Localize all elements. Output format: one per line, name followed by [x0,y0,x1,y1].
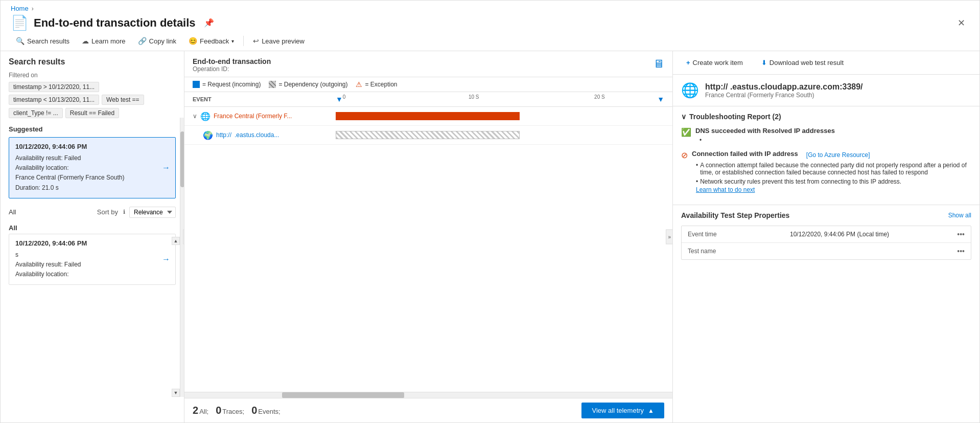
url-globe-icon: 🌐 [681,82,699,99]
props-row-1: Event time 10/12/2020, 9:44:06 PM (Local… [682,226,971,243]
scale-filter-right-icon[interactable]: ▼ [657,95,664,103]
troubleshoot-collapse-icon: ∨ [681,113,686,121]
scale-filter-left-icon[interactable]: ▼ [336,95,343,103]
prop-1-more-icon[interactable]: ••• [957,230,965,238]
breadcrumb-separator: › [32,5,34,12]
filter-tag[interactable]: Web test == [102,95,144,105]
url-section: 🌐 http:// .eastus.cloudapp.azure.com:338… [673,75,979,106]
filter-tag[interactable]: timestamp > 10/12/2020, 11... [9,82,99,92]
troubleshoot-section: ∨ Troubleshooting Report (2) ✅ DNS succe… [673,106,979,205]
search-results-title: Search results [9,57,176,66]
event-label-2: http:// [216,131,231,139]
stats-bar: 2 All; 0 Traces; 0 Events; [193,405,287,416]
globe-icon-1: 🌐 [200,112,211,121]
chevron-up-icon: ▲ [648,407,654,414]
sort-select[interactable]: Relevance Time [129,207,176,218]
result-2-time: 10/12/2020, 9:44:06 PM [15,239,169,247]
view-all-telemetry-button[interactable]: View all telemetry ▲ [581,403,664,418]
expand-right-button[interactable]: » [666,230,673,244]
transaction-title: End-to-end transaction [193,57,271,65]
filter-tag-client[interactable]: client_Type != ... [9,108,63,118]
event-label-2b: .eastus.clouda... [235,131,279,139]
create-work-item-button[interactable]: + Create work item [681,56,748,69]
filter-tags: timestamp > 10/12/2020, 11... timestamp … [9,82,176,105]
timeline-scrollbar[interactable] [184,392,672,398]
search-results-button[interactable]: 🔍 Search results [11,34,75,48]
connection-title: Connection failed with IP address [692,150,798,158]
troubleshoot-title[interactable]: ∨ Troubleshooting Report (2) [681,113,971,121]
dns-success-icon: ✅ [681,127,691,137]
result-1-arrow-icon: → [162,163,170,172]
filter-tag-result[interactable]: Result == Failed [65,108,119,118]
dns-title: DNS succeeded with Resolved IP addresses [695,127,971,135]
result-2-arrow-icon: → [162,255,170,264]
suggested-title: Suggested [9,125,176,133]
feedback-icon: 😊 [189,37,197,45]
prop-1-val: 10/12/2020, 9:44:06 PM (Local time) [790,231,957,238]
leave-preview-button[interactable]: ↩ Leave preview [248,34,310,48]
event-label-1: France Central (Formerly F... [214,113,292,120]
breadcrumb-home[interactable]: Home [11,5,29,12]
sort-info-icon: ℹ [123,209,125,215]
sort-label: All [9,208,16,216]
result-item-1[interactable]: 10/12/2020, 9:44:06 PM Availability resu… [9,137,176,198]
result-1-detail: Availability result: Failed Availability… [15,153,169,193]
dns-item: ✅ DNS succeeded with Resolved IP address… [681,127,971,145]
result-1-time: 10/12/2020, 9:44:06 PM [15,143,169,150]
result-item-2[interactable]: 10/12/2020, 9:44:06 PM s Availability re… [9,234,176,285]
sort-by-label: Sort by [97,208,118,216]
prop-2-key: Test name [688,248,790,255]
copy-link-button[interactable]: 🔗 Copy link [133,34,181,48]
right-panel-toolbar: + Create work item ⬇ Download web test r… [673,51,979,75]
props-table: Event time 10/12/2020, 9:44:06 PM (Local… [681,226,971,260]
filter-label: Filtered on [9,72,176,79]
add-icon: + [686,59,690,66]
props-title: Availability Test Step Properties Show a… [681,211,971,219]
cloud-icon: ☁ [82,37,89,45]
page-icon: 📄 [11,14,29,31]
pin-icon[interactable]: 📌 [204,18,214,28]
page-title: End-to-end transaction details [34,16,196,30]
timeline-row-2[interactable]: 🌍 http:// .eastus.clouda... [184,126,672,145]
feedback-button[interactable]: 😊 Feedback ▾ [183,34,239,48]
globe-icon-2: 🌍 [203,130,213,140]
scale-0: 0 [343,94,346,100]
connection-bullet-1: A connection attempt failed because the … [696,162,971,176]
filter-tag[interactable]: timestamp < 10/13/2020, 11... [9,95,99,105]
azure-resource-link[interactable]: [Go to Azure Resource] [806,151,870,159]
scale-10s: 10 S [469,94,479,100]
event-col-header: EVENT [193,96,336,102]
url-display: http:// .eastus.cloudapp.azure.com:3389/ [705,82,863,92]
dns-bullet: • [699,137,971,144]
props-row-2: Test name ••• [682,243,971,259]
show-all-link[interactable]: Show all [948,212,971,219]
expand-icon-1[interactable]: ∨ [193,113,197,120]
download-icon: ⬇ [761,59,767,66]
scale-20s: 20 S [594,94,605,100]
prop-1-key: Event time [688,231,790,238]
result-2-detail: s Availability result: Failed Availabili… [15,250,169,280]
operation-id: Operation ID: [193,65,271,73]
feedback-chevron-icon: ▾ [231,38,234,44]
legend-row: = Request (incoming) = Dependency (outgo… [184,77,672,92]
leave-icon: ↩ [253,37,259,45]
all-label: All [1,222,184,234]
search-icon: 🔍 [16,37,25,45]
connection-item: ⊘ Connection failed with IP address [Go … [681,150,971,193]
close-button[interactable]: ✕ [953,15,969,31]
connection-error-icon: ⊘ [681,150,688,160]
transaction-icon: 🖥 [653,57,664,71]
prop-2-more-icon[interactable]: ••• [957,247,965,255]
learn-more-button[interactable]: ☁ Learn more [77,34,130,48]
learn-next-link[interactable]: Learn what to do next [696,186,971,193]
download-web-test-button[interactable]: ⬇ Download web test result [756,56,849,69]
url-location: France Central (Formerly France South) [705,92,863,99]
copy-icon: 🔗 [138,37,147,45]
properties-section: Availability Test Step Properties Show a… [673,205,979,266]
timeline-row-1[interactable]: ∨ 🌐 France Central (Formerly F... [184,107,672,126]
connection-bullet-2: Network security rules prevent this test… [696,178,971,185]
